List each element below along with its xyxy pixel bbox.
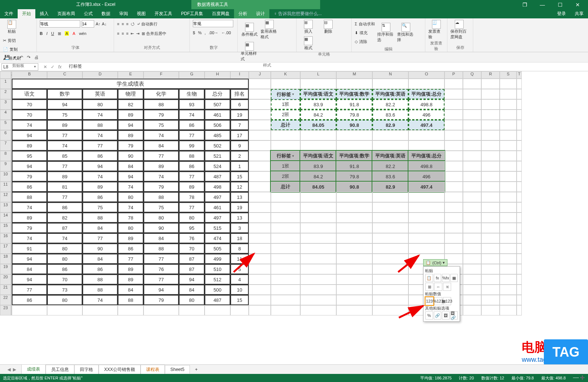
cell[interactable] xyxy=(249,140,271,151)
cell[interactable] xyxy=(463,233,481,243)
cell[interactable] xyxy=(517,130,522,140)
cut-button[interactable]: ✂ 剪切 xyxy=(3,36,21,44)
indent-dec-icon[interactable]: ⇤ xyxy=(131,31,134,36)
data-cell[interactable]: 512 xyxy=(205,274,230,285)
header-cell[interactable]: 化学 xyxy=(144,89,179,99)
data-cell[interactable]: 94 xyxy=(12,274,47,285)
align-left-icon[interactable]: ≡ xyxy=(117,31,119,36)
cell[interactable] xyxy=(500,110,517,120)
cell[interactable] xyxy=(336,202,372,213)
cell[interactable] xyxy=(271,285,300,295)
cell[interactable] xyxy=(372,243,408,254)
data-cell[interactable]: 89 xyxy=(82,182,118,192)
cell[interactable] xyxy=(463,161,481,171)
cell[interactable] xyxy=(500,223,517,233)
cell[interactable] xyxy=(444,151,463,161)
data-cell[interactable]: 12 xyxy=(230,182,249,192)
tab-pdf-tools[interactable]: PDF工具集 xyxy=(177,9,208,18)
cell[interactable] xyxy=(205,305,230,315)
row-header[interactable]: 11 xyxy=(0,182,11,192)
tab-home[interactable]: 开始 xyxy=(18,9,35,18)
cell[interactable] xyxy=(517,305,522,315)
data-cell[interactable]: 506 xyxy=(205,120,230,130)
cell[interactable] xyxy=(271,274,300,285)
data-cell[interactable]: 80 xyxy=(144,213,179,223)
data-cell[interactable]: 88 xyxy=(82,213,118,223)
cell[interactable] xyxy=(500,285,517,295)
col-header[interactable]: M xyxy=(336,71,372,79)
pivot-header[interactable]: 平均值项:语文 xyxy=(300,151,336,161)
cell[interactable] xyxy=(336,254,372,264)
cell[interactable] xyxy=(517,171,522,182)
col-header[interactable]: L xyxy=(300,71,336,79)
pivot-header[interactable]: 行标签 ▼ xyxy=(271,89,300,99)
data-cell[interactable]: 70 xyxy=(12,110,47,120)
cell[interactable] xyxy=(463,182,481,192)
data-cell[interactable]: 74 xyxy=(144,130,179,140)
cell[interactable] xyxy=(481,254,500,264)
login-button[interactable]: 登录 xyxy=(553,9,570,18)
data-cell[interactable]: 77 xyxy=(82,140,118,151)
cell[interactable] xyxy=(249,151,271,161)
underline-button[interactable]: U xyxy=(51,31,54,36)
indent-inc-icon[interactable]: ⇥ xyxy=(136,31,139,36)
sheet-tab-courses[interactable]: 课程表 xyxy=(141,365,165,374)
border-button[interactable]: ⊞ xyxy=(58,31,61,36)
share-button[interactable]: 共享 xyxy=(570,9,588,18)
fill-button[interactable]: ⬇ 填充 xyxy=(355,29,375,37)
data-cell[interactable]: 95 xyxy=(12,151,47,161)
cell[interactable] xyxy=(481,171,500,182)
cell[interactable] xyxy=(271,264,300,274)
row-header[interactable]: 15 xyxy=(0,223,11,233)
cell[interactable] xyxy=(444,182,463,192)
pivot-total-cell[interactable]: 总计 xyxy=(271,182,300,192)
cell[interactable] xyxy=(463,305,481,315)
cell[interactable] xyxy=(336,295,372,305)
delete-cells-button[interactable]: ⊟删除 xyxy=(319,20,337,34)
currency-icon[interactable]: $ xyxy=(193,31,195,35)
col-header[interactable]: D xyxy=(82,71,118,79)
cell[interactable] xyxy=(463,140,481,151)
cell[interactable] xyxy=(249,161,271,171)
row-header[interactable]: 10 xyxy=(0,171,11,182)
data-cell[interactable]: 89 xyxy=(12,213,47,223)
tab-view[interactable]: 视图 xyxy=(132,9,150,18)
cell[interactable] xyxy=(300,295,336,305)
paste-link-icon[interactable]: 🔗 xyxy=(434,311,442,319)
cell[interactable] xyxy=(300,264,336,274)
zoom-slider[interactable]: ── ➕ xyxy=(573,375,585,381)
data-cell[interactable]: 79 xyxy=(144,295,179,305)
cell[interactable] xyxy=(481,202,500,213)
align-middle-icon[interactable]: ≡ xyxy=(121,22,124,26)
cell[interactable] xyxy=(249,243,271,254)
spreadsheet-grid[interactable]: ABCDEFGHIJKLMNOPQRST1学生成绩表2语文数学英语物理化学生物总… xyxy=(0,71,588,358)
data-cell[interactable]: 94 xyxy=(12,254,47,264)
row-header[interactable]: 2 xyxy=(0,89,11,99)
cell[interactable] xyxy=(372,295,408,305)
cell[interactable] xyxy=(500,254,517,264)
data-cell[interactable]: 485 xyxy=(205,130,230,140)
pivot-header[interactable]: 平均值项:数学 xyxy=(336,89,372,99)
cell[interactable] xyxy=(500,161,517,171)
data-cell[interactable]: 70 xyxy=(12,99,47,110)
font-name-input[interactable] xyxy=(40,20,80,28)
data-cell[interactable]: 86 xyxy=(179,161,205,171)
cell[interactable] xyxy=(336,79,372,89)
data-cell[interactable]: 521 xyxy=(205,151,230,161)
sort-filter-button[interactable]: ⇅排序和筛选 xyxy=(377,23,395,43)
data-cell[interactable]: 73 xyxy=(47,285,82,295)
col-header[interactable]: Q xyxy=(463,71,481,79)
sheet-nav-last-icon[interactable]: ▶ xyxy=(13,367,16,372)
data-cell[interactable]: 2 xyxy=(230,151,249,161)
data-cell[interactable]: 74 xyxy=(82,130,118,140)
pivot-total-cell[interactable]: 82.9 xyxy=(372,120,408,130)
pivot-cell[interactable]: 79.8 xyxy=(336,171,372,182)
col-header[interactable]: T xyxy=(517,71,522,79)
data-cell[interactable]: 461 xyxy=(205,202,230,213)
cell[interactable] xyxy=(336,274,372,285)
cell[interactable] xyxy=(463,89,481,99)
copy-button[interactable]: 📄 复制 xyxy=(3,45,21,53)
cell[interactable] xyxy=(82,305,118,315)
pivot-cell[interactable]: 82.2 xyxy=(372,161,408,171)
cell[interactable] xyxy=(500,140,517,151)
